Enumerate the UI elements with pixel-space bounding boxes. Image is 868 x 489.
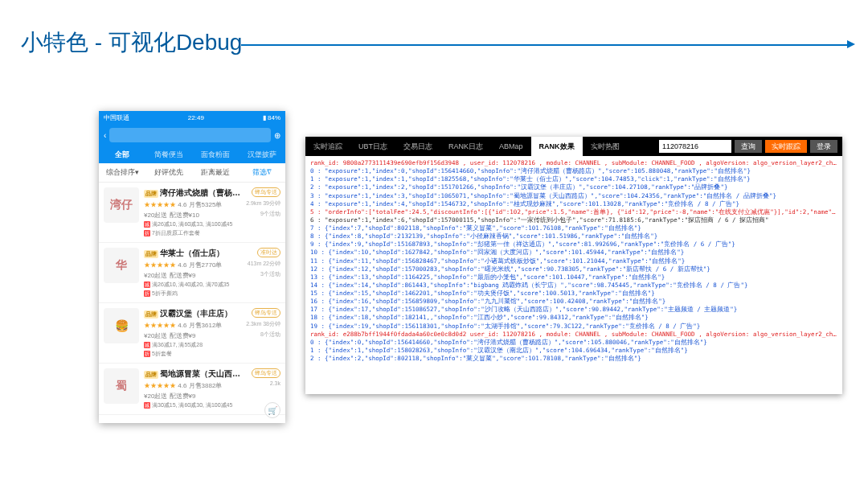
shop-fee: ¥20起送 配送费¥9	[144, 392, 244, 401]
debug-login-button[interactable]: 登录	[810, 140, 837, 153]
log-line: 1 : {"index":1,"shopId":158028263,"shopI…	[310, 347, 837, 355]
shop-title: 品牌蜀地源冒菜（天山西路店）	[144, 368, 244, 380]
log-line: 8 : {"index":8,"shopId":2132139,"shopInf…	[310, 232, 837, 240]
shop-distance: 2.3km 38分钟	[244, 320, 280, 328]
status-carrier: 中国联通	[104, 113, 129, 122]
tab-trade-log[interactable]: 交易日志	[395, 137, 440, 156]
log-line: 5 : "orderInfo":["totalFee":24.5,"discou…	[310, 208, 837, 216]
log-line: 10 : {"index":10,"shopId":1627842,"shopI…	[310, 249, 837, 257]
sort-tabs: 综合排序▾ 好评优先 距离最近 筛选∇	[99, 163, 285, 183]
shop-title: 品牌汉霸汉堡（丰庄店）	[144, 308, 244, 319]
debug-tabs: 实时追踪 UBT日志 交易日志 RANK日志 ABMap RANK效果 实时热图…	[305, 137, 842, 156]
shop-card[interactable]: 湾仔品牌湾仔港式烧腊（曹杨路店）★★★★★ 4.6 月售5325单¥20起送 配…	[99, 183, 285, 243]
shop-note: 8个活动	[244, 331, 280, 339]
status-battery: ▮ 84%	[263, 114, 280, 121]
search-input[interactable]	[109, 128, 271, 142]
sort-rating[interactable]: 好评优先	[145, 163, 192, 182]
debug-search-input[interactable]	[659, 140, 731, 153]
tab-bento[interactable]: 简餐便当	[145, 146, 192, 163]
log-line: 4 : "exposure":1,"index":4,"shopId":1546…	[310, 200, 837, 208]
shop-promo: 减满26减10, 满60减33, 满100减45	[144, 220, 244, 228]
log-line: 19 : {"index":19,"shopId":156118301,"sho…	[310, 323, 837, 331]
log-line: 2 : "exposure":1,"index":2,"shopId":1517…	[310, 183, 837, 191]
log-line: 17 : {"index":17,"shopId":151086527,"sho…	[310, 306, 837, 314]
log-line: 6 : "exposure":1,"index":6,"shopId":1570…	[310, 216, 837, 224]
shop-promo: 减满30减15, 满60减30, 满100减45	[144, 401, 244, 409]
debug-track-button[interactable]: 实时跟踪	[765, 140, 807, 153]
shop-fee: ¥20起送 配送费¥10	[144, 211, 244, 220]
log-line: rank_id: e288b7bff1944f0fdada4a60c0e0c8d…	[310, 331, 837, 339]
shop-rating: ★★★★★ 4.6 月售3612单	[144, 321, 244, 330]
log-line: 11 : {"index":11,"shopId":156828467,"sho…	[310, 257, 837, 265]
tab-realtime-track[interactable]: 实时追踪	[305, 137, 350, 156]
shop-title: 品牌湾仔港式烧腊（曹杨路店）	[144, 187, 244, 199]
app-header: ‹ ⊕	[99, 124, 285, 146]
shop-card[interactable]: 华品牌华莱士（佰士店）★★★★★ 4.6 月售2770单¥20起送 配送费¥9减…	[99, 243, 285, 303]
tab-burger[interactable]: 汉堡披萨	[239, 146, 285, 163]
log-line: 9 : {"index":9,"shopId":151687893,"shopI…	[310, 240, 837, 249]
shop-thumb: 华	[104, 248, 139, 283]
tab-rank-effect[interactable]: RANK效果	[531, 137, 583, 156]
log-line: 0 : "exposure":1,"index":0,"shopId":1564…	[310, 167, 837, 175]
log-line: 12 : {"index":12,"shopId":157000283,"sho…	[310, 265, 837, 273]
floating-cart-icon[interactable]: 🛒	[264, 402, 280, 418]
slide-title: 小特色 - 可视化Debug	[21, 27, 242, 58]
shop-fee: ¥20起送 配送费¥9	[144, 331, 244, 340]
title-divider	[241, 44, 852, 46]
shop-card[interactable]: 🍔品牌汉霸汉堡（丰庄店）★★★★★ 4.6 月售3612单¥20起送 配送费¥9…	[99, 303, 285, 364]
delivery-pill: 准时达	[257, 248, 280, 257]
log-line: 0 : {"index":0,"shopId":156414660,"shopI…	[310, 339, 837, 347]
log-line: 13 : {"index":13,"shopId":1164225,"shopI…	[310, 273, 837, 281]
log-line: 16 : {"index":16,"shopId":156859809,"sho…	[310, 298, 837, 306]
delivery-pill: 蜂鸟专送	[252, 187, 280, 197]
tab-all[interactable]: 全部	[99, 146, 145, 163]
status-time: 22:49	[188, 114, 204, 121]
log-body: rank_id: 9800a2773111439e690efb9f156d394…	[305, 156, 842, 394]
shop-promo: 减满26减10, 满40减20, 满70减35	[144, 281, 244, 289]
tab-noodle[interactable]: 面食粉面	[192, 146, 239, 163]
title-arrow-icon	[847, 40, 855, 48]
shop-promo: 减满36减17, 满55减28	[144, 341, 244, 349]
status-bar: 中国联通 22:49 ▮ 84%	[99, 111, 285, 124]
log-line: 7 : {"index":7,"shopId":802118,"shopInfo…	[310, 224, 837, 232]
shop-note: 3个活动	[244, 270, 280, 278]
shop-distance: 2.3k	[244, 380, 280, 386]
debug-search-button[interactable]: 查询	[735, 140, 762, 153]
shop-title: 品牌华莱士（佰士店）	[144, 248, 244, 259]
phone-mockup: 中国联通 22:49 ▮ 84% ‹ ⊕ 全部 简餐便当 面食粉面 汉堡披萨 综…	[99, 111, 285, 423]
sort-default[interactable]: 综合排序▾	[99, 163, 145, 182]
delivery-pill: 蜂鸟专送	[252, 308, 280, 318]
log-line: 14 : {"index":14,"shopId":861443,"shopIn…	[310, 281, 837, 290]
log-line: 18 : {"index":18,"shopId":182141,,"shopI…	[310, 314, 837, 322]
shop-rating: ★★★★★ 4.6 月售5325单	[144, 200, 244, 209]
shop-promo2: 折7折品质原工作套餐	[144, 229, 244, 237]
tab-heatmap[interactable]: 实时热图	[583, 137, 628, 156]
tab-rank-log[interactable]: RANK日志	[440, 137, 491, 156]
shop-distance: 413m 22分钟	[244, 260, 280, 268]
shop-distance: 2.9km 39分钟	[244, 199, 280, 208]
main-tabs: 全部 简餐便当 面食粉面 汉堡披萨	[99, 146, 285, 163]
shop-note: 9个活动	[244, 210, 280, 218]
shop-promo2: 折5折套餐	[144, 350, 244, 358]
debug-panel: 实时追踪 UBT日志 交易日志 RANK日志 ABMap RANK效果 实时热图…	[305, 137, 842, 394]
log-line: 1 : "exposure":1,"index":1,"shopId":1825…	[310, 175, 837, 183]
log-line: 15 : {"index":15,"shopId":1462201,"shopI…	[310, 290, 837, 298]
log-line: 2 : {"index":2,"shopId":802118,"shopInfo…	[310, 355, 837, 363]
log-line: rank_id: 9800a2773111439e690efb9f156d394…	[310, 159, 837, 167]
shop-fee: ¥20起送 配送费¥9	[144, 271, 244, 280]
shop-rating: ★★★★★ 4.6 月售2770单	[144, 261, 244, 269]
shop-card[interactable]: 蜀品牌蜀地源冒菜（天山西路店）★★★★★ 4.6 月售3882单¥20起送 配送…	[99, 364, 285, 415]
shop-thumb: 蜀	[104, 368, 139, 404]
shop-promo2: 折5折手撕鸡	[144, 290, 244, 298]
back-icon[interactable]: ‹	[104, 131, 106, 140]
shop-thumb: 湾仔	[104, 187, 139, 223]
cart-icon[interactable]: ⊕	[274, 131, 280, 140]
log-line: 3 : "exposure":1,"index":3,"shopId":1065…	[310, 192, 837, 200]
tab-abmap[interactable]: ABMap	[491, 137, 531, 156]
tab-ubt-log[interactable]: UBT日志	[350, 137, 395, 156]
sort-distance[interactable]: 距离最近	[192, 163, 239, 182]
delivery-pill: 蜂鸟专送	[252, 368, 280, 378]
shop-thumb: 🍔	[104, 308, 139, 343]
sort-filter[interactable]: 筛选∇	[239, 163, 285, 182]
shop-rating: ★★★★★ 4.6 月售3882单	[144, 381, 244, 390]
